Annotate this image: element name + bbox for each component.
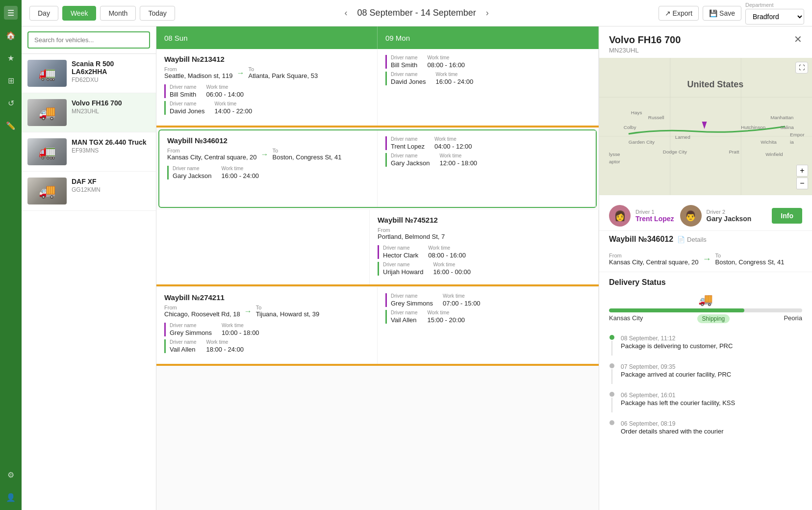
schedule-cell-wb4-sun: Waybill №274211 From Chicago, Roosevelt … — [156, 287, 378, 364]
schedule-cell-wb1-mon: Driver name Bill Smith Work time 08:00 -… — [378, 49, 599, 126]
from-value-wb3: Portland, Belmond St, 7 — [378, 233, 445, 240]
panel-to-value: Boston, Congress St, 41 — [715, 258, 785, 266]
timeline-dot-1 — [609, 363, 614, 368]
zoom-out-button[interactable]: − — [796, 178, 808, 189]
vehicle-item-daf[interactable]: 🚚 DAF XF GG12KMN — [22, 172, 156, 211]
schedule-cell-wb3-sun-empty — [156, 210, 370, 284]
export-button[interactable]: ↗ Export — [659, 6, 699, 21]
schedule-row-wb3: Waybill №745212 From Portland, Belmond S… — [156, 210, 599, 286]
main-area: Day Week Month Today ‹ 08 September - 14… — [22, 0, 812, 510]
progress-bar-fill — [609, 308, 744, 312]
vehicle-item-scania[interactable]: 🚛 Scania R 500 LA6x2HHA FD62DXU — [22, 54, 156, 93]
search-input[interactable] — [27, 31, 150, 49]
svg-text:aptor: aptor — [609, 159, 620, 164]
vehicle-items: 🚛 Scania R 500 LA6x2HHA FD62DXU 🚚 Volvo … — [22, 54, 156, 510]
vehicle-thumb-man: 🚛 — [27, 138, 67, 165]
driver2-info: Driver 2 Gary Jackson — [707, 209, 752, 223]
driver-card-2: 👨 Driver 2 Gary Jackson — [680, 205, 752, 227]
sidebar-icon-menu[interactable]: ☰ — [4, 6, 18, 20]
svg-text:Manhattan: Manhattan — [770, 115, 793, 120]
driver-field-wb1-mon-2-work: Work time 16:00 - 24:00 — [436, 72, 474, 85]
next-period-button[interactable]: › — [482, 6, 493, 20]
timeline-text-2: Package has left the courier facility, K… — [621, 399, 802, 408]
vehicle-item-man[interactable]: 🚛 MAN TGX 26.440 Truck EF93MNS — [22, 132, 156, 172]
progress-label-from: Kansas City — [609, 314, 643, 323]
view-month-button[interactable]: Month — [100, 6, 136, 21]
map-zoom-controls: + − — [796, 165, 808, 189]
sidebar-icon-star[interactable]: ★ — [4, 51, 18, 65]
driver-field-wb1-sun-1-name: Driver name Bill Smith — [170, 84, 196, 98]
date-range-label: 08 September - 14 September — [357, 8, 476, 18]
delivery-status-section: Delivery Status 🚚 Kansas City Shipping P… — [599, 272, 812, 448]
drivers-row: 👩 Driver 1 Trent Lopez 👨 Driver 2 Gary J… — [599, 201, 812, 230]
map-expand-button[interactable]: ⛶ — [795, 62, 808, 74]
driver-field-wb2-mon-2-name: Driver name Gary Jackson — [391, 153, 430, 167]
sidebar-icon-edit[interactable]: ✏️ — [4, 119, 18, 132]
sidebar-icon-grid[interactable]: ⊞ — [4, 74, 18, 87]
sidebar-icon-history[interactable]: ↺ — [4, 96, 18, 110]
info-button[interactable]: Info — [772, 208, 802, 224]
driver-field-wb3-mon-1-name: Driver name Hector Clark — [383, 245, 418, 259]
view-week-button[interactable]: Week — [62, 6, 97, 21]
panel-waybill-section: Waybill №346012 📄 Details — [599, 230, 812, 251]
driver-entry-wb1-sun-1: Driver name Bill Smith Work time 06:00 -… — [164, 84, 369, 98]
sidebar-icon-settings[interactable]: ⚙ — [4, 468, 18, 482]
from-label-wb3: From — [378, 227, 445, 233]
sidebar-icon-user[interactable]: 👤 — [4, 490, 18, 504]
map-background: United States Colby Russell Manhattan Ga… — [599, 58, 812, 195]
panel-route-to: To Boston, Congress St, 41 — [715, 253, 785, 266]
driver-entry-wb2-mon-2: Driver name Gary Jackson Work time 12:00… — [385, 153, 587, 167]
close-panel-button[interactable]: ✕ — [794, 34, 802, 44]
panel-route-from: From Kansas City, Central square, 20 — [609, 253, 699, 266]
content-area: 🚛 Scania R 500 LA6x2HHA FD62DXU 🚚 Volvo … — [22, 26, 812, 510]
save-button[interactable]: 💾 Save — [703, 6, 741, 21]
waybill-title-wb4: Waybill №274211 — [164, 293, 369, 302]
timeline-item-1: 07 September, 09:35 Package arrived at c… — [609, 359, 802, 388]
waybill-title-wb1: Waybill №213412 — [164, 55, 369, 63]
driver-field-wb4-sun-1-work: Work time 10:00 - 18:00 — [222, 323, 259, 336]
driver-entry-wb3-mon-1: Driver name Hector Clark Work time 08:00… — [378, 245, 590, 259]
vehicle-info-scania: Scania R 500 LA6x2HHA FD62DXU — [72, 60, 150, 83]
to-value-wb1: Atlanta, Park Square, 53 — [248, 72, 318, 79]
zoom-in-button[interactable]: + — [796, 165, 808, 177]
date-navigation: ‹ 08 September - 14 September › — [341, 6, 493, 20]
view-day-button[interactable]: Day — [29, 6, 58, 21]
timeline: 08 September, 11:12 Package is deliverin… — [609, 331, 802, 442]
details-link[interactable]: 📄 Details — [677, 236, 707, 243]
timeline-item-0: 08 September, 11:12 Package is deliverin… — [609, 331, 802, 359]
driver-field-wb4-sun-1-name: Driver name Grey Simmons — [170, 323, 212, 336]
truck-icon-man: 🚛 — [27, 138, 67, 165]
dept-label: Department — [745, 2, 804, 8]
vehicle-item-volvo[interactable]: 🚚 Volvo FH16 700 MN23UHL — [22, 93, 156, 132]
timeline-connector-1 — [611, 369, 612, 384]
driver1-info: Driver 1 Trent Lopez — [635, 209, 674, 223]
vehicle-plate-daf: GG12KMN — [72, 186, 150, 193]
driver-entry-wb1-mon-2: Driver name David Jones Work time 16:00 … — [385, 72, 590, 85]
route-arrow-wb2: → — [261, 150, 269, 159]
waybill-title-wb2: Waybill №346012 — [167, 136, 369, 145]
vehicle-info-man: MAN TGX 26.440 Truck EF93MNS — [72, 138, 150, 154]
driver-field-wb2-sun-1-work: Work time 16:00 - 24:00 — [221, 166, 259, 179]
right-panel: Volvo FH16 700 MN23UHL ✕ — [599, 26, 812, 510]
timeline-dot-3 — [609, 420, 614, 425]
vehicle-info-volvo: Volvo FH16 700 MN23UHL — [72, 99, 150, 115]
svg-text:Hays: Hays — [631, 110, 642, 115]
timeline-item-2: 06 September, 16:01 Package has left the… — [609, 388, 802, 416]
svg-text:Winfield: Winfield — [765, 152, 783, 157]
panel-vehicle-info: Volvo FH16 700 MN23UHL — [609, 34, 681, 54]
timeline-dot-0 — [609, 335, 614, 340]
schedule-row-wb1: Waybill №213412 From Seattle, Madison st… — [156, 49, 599, 128]
document-icon: 📄 — [677, 236, 685, 243]
prev-period-button[interactable]: ‹ — [341, 6, 352, 20]
view-today-button[interactable]: Today — [140, 6, 175, 21]
timeline-content-0: 08 September, 11:12 Package is deliverin… — [621, 335, 802, 353]
to-label-wb2: To — [273, 148, 342, 153]
progress-label-status: Shipping — [697, 314, 730, 323]
sidebar-icon-home[interactable]: 🏠 — [4, 28, 18, 42]
department-select[interactable]: Bradford — [745, 9, 804, 25]
waybill-title-wb3: Waybill №745212 — [378, 216, 590, 224]
panel-vehicle-plate: MN23UHL — [609, 47, 681, 54]
progress-truck-icon: 🚚 — [609, 293, 802, 306]
driver-field-wb4-mon-2-work: Work time 15:00 - 20:00 — [427, 310, 465, 324]
schedule-header-mon: 09 Mon — [378, 26, 599, 49]
